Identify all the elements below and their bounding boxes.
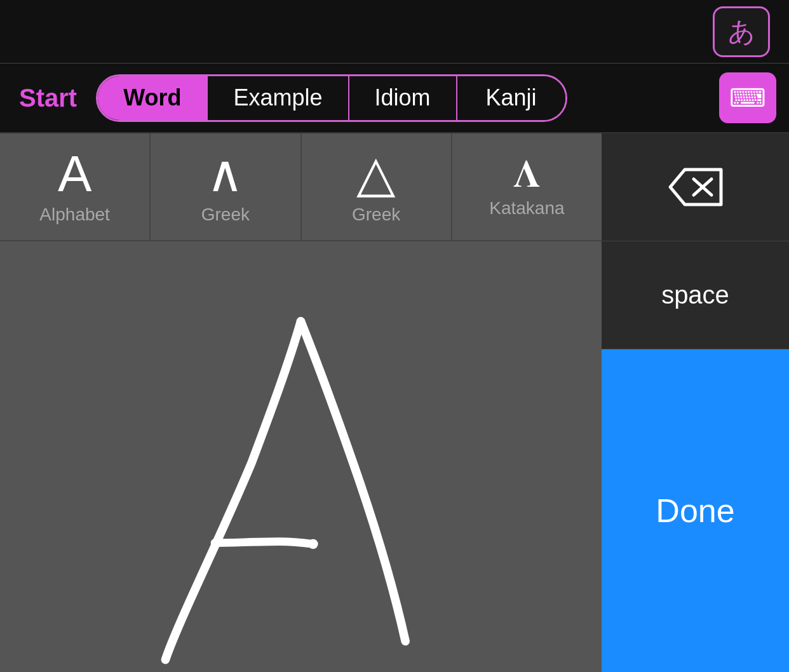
suggestion-greek-2[interactable]: △ Greek <box>302 133 452 240</box>
suggestion-label-0: Alphabet <box>39 205 110 225</box>
suggestion-char-0: A <box>58 149 91 199</box>
backspace-button[interactable] <box>602 133 789 241</box>
space-label: space <box>661 281 729 309</box>
svg-point-0 <box>308 539 318 549</box>
done-label: Done <box>656 492 734 530</box>
right-panel: space Done <box>602 133 789 672</box>
suggestions-row: A Alphabet ∧ Greek △ Greek 𝚲 Katakana <box>0 133 602 241</box>
japanese-input-button[interactable]: あ <box>713 6 770 57</box>
top-divider <box>0 63 789 64</box>
suggestion-katakana[interactable]: 𝚲 Katakana <box>452 133 602 240</box>
suggestion-char-1: ∧ <box>206 149 244 199</box>
drawing-canvas[interactable] <box>0 241 602 672</box>
suggestion-greek-1[interactable]: ∧ Greek <box>151 133 301 240</box>
backspace-icon <box>667 166 724 208</box>
suggestion-label-3: Katakana <box>489 198 564 218</box>
suggestion-char-3: 𝚲 <box>513 155 541 193</box>
suggestion-char-2: △ <box>356 149 396 199</box>
tabs-group: Word Example Idiom Kanji <box>96 74 567 122</box>
top-bar: あ <box>0 0 789 64</box>
done-button[interactable]: Done <box>602 349 789 672</box>
tab-example[interactable]: Example <box>208 76 349 120</box>
space-button[interactable]: space <box>602 241 789 349</box>
main-content: A Alphabet ∧ Greek △ Greek 𝚲 Katakana <box>0 133 789 672</box>
keyboard-icon: ⌨ <box>729 83 766 112</box>
tab-word[interactable]: Word <box>98 76 208 120</box>
drawn-letter-svg <box>0 241 602 672</box>
suggestion-alphabet[interactable]: A Alphabet <box>0 133 151 240</box>
start-label: Start <box>13 84 83 112</box>
suggestion-label-2: Greek <box>352 205 400 225</box>
tab-idiom[interactable]: Idiom <box>349 76 457 120</box>
left-panel: A Alphabet ∧ Greek △ Greek 𝚲 Katakana <box>0 133 602 672</box>
tab-bar: Start Word Example Idiom Kanji ⌨ <box>0 64 789 133</box>
suggestion-label-1: Greek <box>201 205 250 225</box>
tab-kanji[interactable]: Kanji <box>457 76 565 120</box>
japanese-icon: あ <box>728 14 755 50</box>
keyboard-toggle-button[interactable]: ⌨ <box>719 72 776 123</box>
